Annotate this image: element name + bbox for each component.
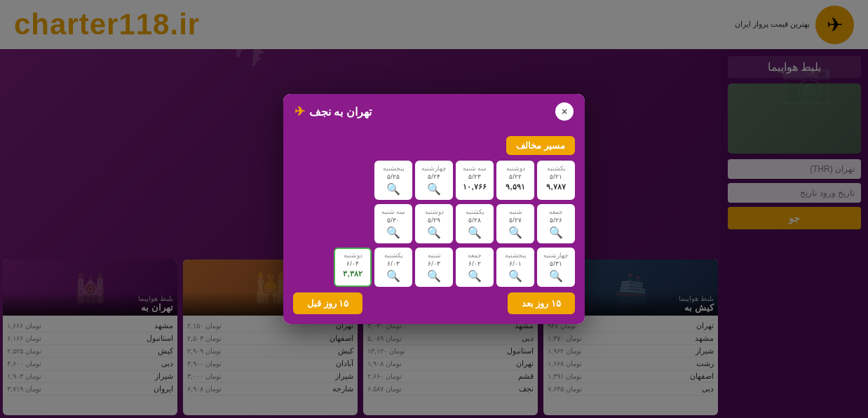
date-cell[interactable]: سه شنبه ۵/۲۳ ۱۰,۷۶۶ [456, 161, 494, 200]
date-cell[interactable]: یکشنبه ۵/۲۸ 🔍 [456, 204, 494, 243]
date-cell[interactable]: جمعه ۶/۰۲ 🔍 [456, 248, 494, 287]
modal-title: تهران به نجف ✈ [294, 104, 372, 119]
date-cell[interactable]: جمعه ۵/۲۶ 🔍 [537, 204, 575, 243]
date-week-1: یکشنبه ۵/۲۱ ۹,۷۸۷ دوشنبه ۵/۲۲ ۹,۵۹۱ سه ش… [293, 161, 575, 200]
flight-date-modal: × تهران به نجف ✈ مسیر مخالف یکشنبه ۵/۲۱ … [283, 94, 585, 324]
date-cell[interactable]: یکشنبه ۶/۰۳ 🔍 [374, 248, 412, 287]
next-15-days-button[interactable]: ۱۵ روز بعد [508, 292, 575, 314]
flight-icon: ✈ [294, 104, 305, 119]
date-week-3: چهارشنبه ۵/۳۱ 🔍 پنجشنبه ۶/۰۱ 🔍 جمعه ۶/۰۲… [293, 248, 575, 287]
modal-body: مسیر مخالف یکشنبه ۵/۲۱ ۹,۷۸۷ دوشنبه ۵/۲۲… [283, 129, 585, 324]
date-cell-empty [293, 248, 331, 287]
date-cell[interactable]: چهارشنبه ۵/۳۱ 🔍 [537, 248, 575, 287]
modal-overlay: × تهران به نجف ✈ مسیر مخالف یکشنبه ۵/۲۱ … [0, 0, 868, 418]
date-cell[interactable]: شنبه ۵/۲۷ 🔍 [496, 204, 534, 243]
modal-header: × تهران به نجف ✈ [283, 94, 585, 129]
date-cell[interactable]: دوشنبه ۵/۲۹ 🔍 [415, 204, 453, 243]
date-cell[interactable]: چهارشنبه ۵/۲۴ 🔍 [415, 161, 453, 200]
date-cell[interactable]: پنجشنبه ۶/۰۱ 🔍 [496, 248, 534, 287]
date-cell[interactable]: یکشنبه ۵/۲۱ ۹,۷۸۷ [537, 161, 575, 200]
modal-title-text: تهران به نجف [309, 105, 372, 119]
date-cell[interactable]: شنبه ۶/۰۳ 🔍 [415, 248, 453, 287]
prev-15-days-button[interactable]: ۱۵ روز قبل [293, 292, 362, 314]
reverse-route-button[interactable]: مسیر مخالف [506, 136, 575, 155]
date-cell-active[interactable]: دوشنبه ۶/۰۴ ۳,۳۸۲ [334, 248, 372, 287]
date-cell-empty [293, 204, 331, 243]
date-week-2: جمعه ۵/۲۶ 🔍 شنبه ۵/۲۷ 🔍 یکشنبه ۵/۲۸ 🔍 [293, 204, 575, 243]
date-cell-empty [293, 161, 331, 200]
date-cell-empty [334, 204, 372, 243]
date-cell[interactable]: سه شنبه ۵/۳۰ 🔍 [374, 204, 412, 243]
date-cell-empty [334, 161, 372, 200]
modal-close-button[interactable]: × [555, 102, 574, 121]
modal-navigation: ۱۵ روز بعد ۱۵ روز قبل [293, 292, 575, 314]
date-cell[interactable]: پنجشنبه ۵/۲۵ 🔍 [374, 161, 412, 200]
date-cell[interactable]: دوشنبه ۵/۲۲ ۹,۵۹۱ [496, 161, 534, 200]
